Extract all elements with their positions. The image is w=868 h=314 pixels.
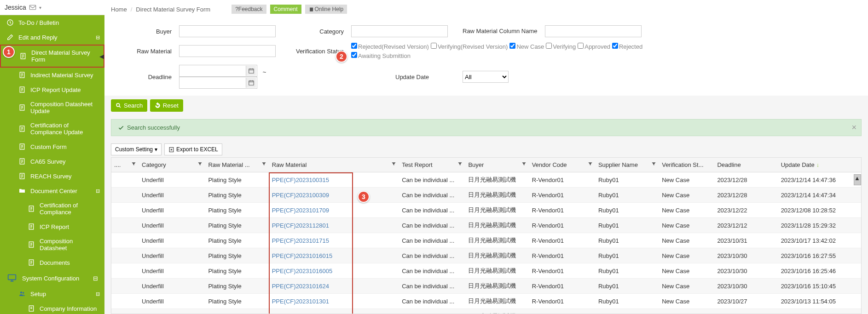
status-new_case[interactable]: New Case (509, 43, 544, 50)
table-row[interactable]: UnderfillPlating StylePPE(CF)2023112801C… (111, 218, 861, 233)
status-awaiting[interactable]: Awaiting Submittion (351, 52, 411, 59)
sidebar-item-custom-form[interactable]: Custom Form (0, 139, 104, 154)
sidebar-item-document-center[interactable]: Document Center⊟ (0, 183, 104, 198)
col-verif[interactable]: Verification St... (659, 158, 714, 172)
status-approved[interactable]: Approved (578, 43, 610, 50)
category-input[interactable] (351, 25, 448, 37)
sidebar-item-composition-datasheet[interactable]: Composition Datasheet (0, 234, 104, 255)
status-verifying_rev-checkbox[interactable] (431, 43, 437, 49)
filter-icon[interactable] (391, 161, 396, 166)
status-rejected_rev[interactable]: Rejected(Revised Version) (351, 43, 429, 50)
update-date-select[interactable]: All (463, 71, 509, 83)
raw-material-link[interactable]: PPE(CF)20231016005 (272, 268, 333, 274)
cell-raw_material[interactable]: PPE(CF)2023101301 (269, 294, 399, 309)
filter-icon[interactable] (651, 161, 656, 166)
table-row[interactable]: UnderfillPlating StylePPE(CF)20231016015… (111, 248, 861, 263)
scroll-indicator[interactable]: ▲ (854, 174, 861, 185)
cell-raw_material[interactable]: PPE(CF)2023101715 (269, 233, 399, 248)
comment-button[interactable]: Comment (270, 5, 301, 14)
table-row[interactable]: UnderfillPlating StylePPE(CF)2023101715C… (111, 233, 861, 248)
sidebar-item-composition-datasheet-update[interactable]: Composition Datasheet Update (0, 97, 104, 118)
table-row[interactable]: UnderfillPlating StylePPE(CF)2023100315C… (111, 172, 861, 188)
breadcrumb-home[interactable]: Home (111, 6, 127, 13)
filter-icon[interactable] (197, 161, 203, 166)
filter-icon[interactable] (131, 161, 136, 166)
help-button[interactable]: Online Help (305, 5, 347, 14)
col-vendor_code[interactable]: Vendor Code (529, 158, 596, 172)
raw-material-link[interactable]: PPE(CF)2023101624 (272, 283, 329, 290)
sidebar-item-icp-report[interactable]: ICP Report (0, 219, 104, 234)
sidebar-item-icp-report-update[interactable]: ICP Report Update (0, 82, 104, 97)
raw-material-link[interactable]: PPE(CF)2023112801 (272, 222, 329, 229)
cell-raw_material[interactable]: PPE(CF)2023100315 (269, 172, 399, 188)
status-verifying-checkbox[interactable] (546, 43, 552, 49)
user-header[interactable]: Jessica ▾ (0, 0, 104, 15)
col-test_report[interactable]: Test Report (399, 158, 465, 172)
status-approved-checkbox[interactable] (578, 43, 584, 49)
cell-raw_material[interactable]: PPE(CF)2023101709 (269, 203, 399, 218)
cell-verif: New Case (659, 218, 714, 233)
status-rejected_rev-checkbox[interactable] (351, 43, 357, 49)
sidebar-item-setup[interactable]: Setup ⊟ (0, 286, 104, 301)
custom-setting-button[interactable]: Custom Setting▾ (111, 143, 162, 155)
col-raw_material[interactable]: Raw Material (269, 158, 399, 172)
feedback-button[interactable]: ?Feedback (231, 5, 266, 14)
status-rejected-checkbox[interactable] (612, 43, 618, 49)
status-rejected[interactable]: Rejected (612, 43, 642, 50)
status-awaiting-checkbox[interactable] (351, 52, 357, 58)
raw-material-link[interactable]: PPE(CF)2023101709 (272, 207, 329, 214)
sidebar-item-certification-of-compliance-update[interactable]: Certification of Compliance Update (0, 118, 104, 139)
cell-vendor_code: R-Vendor01 (529, 263, 596, 279)
deadline-to-input[interactable] (179, 77, 257, 89)
buyer-input[interactable] (179, 25, 276, 37)
cell-raw_material[interactable]: PPE(CF)2023100309 (269, 188, 399, 203)
sidebar-item-direct-material-survey-form[interactable]: Direct Material Survey Form◀ (0, 45, 104, 68)
sidebar-item-indirect-material-survey[interactable]: Indirect Material Survey (0, 68, 104, 82)
sidebar-item-to-do-bulletin[interactable]: To-Do / Bulletin (0, 15, 104, 30)
raw-material-input[interactable] (179, 45, 276, 57)
sidebar-item-ca65-survey[interactable]: CA65 Survey (0, 154, 104, 169)
filter-icon[interactable] (588, 161, 593, 166)
raw-material-link[interactable]: PPE(CF)2023101715 (272, 237, 329, 244)
table-row[interactable]: UnderfillPlating StylePPE(CF)2023100309C… (111, 188, 861, 203)
close-icon[interactable]: × (851, 123, 856, 132)
sidebar-item-documents[interactable]: Documents (0, 255, 104, 270)
sidebar-system-config[interactable]: System Configuration ⊟ (0, 270, 104, 286)
search-button[interactable]: Search (111, 99, 147, 112)
cell-raw_material[interactable]: PPE(CF)2023100515 (269, 309, 399, 314)
raw-material-link[interactable]: PPE(CF)2023101301 (272, 298, 329, 305)
cell-raw_material[interactable]: PPE(CF)2023112801 (269, 218, 399, 233)
deadline-from-input[interactable] (179, 65, 257, 77)
col-buyer[interactable]: Buyer (465, 158, 529, 172)
raw-material-cn-input[interactable] (545, 25, 642, 37)
cell-raw_material[interactable]: PPE(CF)20231016005 (269, 263, 399, 279)
col-update[interactable]: Update Date↓ (778, 158, 861, 172)
raw-material-link[interactable]: PPE(CF)20231016015 (272, 252, 333, 259)
col-deadline[interactable]: Deadline (714, 158, 778, 172)
cell-raw_material[interactable]: PPE(CF)2023101624 (269, 279, 399, 294)
filter-icon[interactable] (261, 161, 266, 166)
table-row[interactable]: UnderfillPlating StylePPE(CF)2023100515C… (111, 309, 861, 314)
filter-icon[interactable] (457, 161, 463, 166)
col-blank[interactable]: .... (111, 158, 139, 172)
sidebar-item-certification-of-compliance[interactable]: Certification of Compliance (0, 198, 104, 219)
status-new_case-checkbox[interactable] (509, 43, 515, 49)
status-verifying[interactable]: Verifying (546, 43, 576, 50)
col-raw_mat_style[interactable]: Raw Material ... (205, 158, 269, 172)
col-category[interactable]: Category (139, 158, 205, 172)
export-excel-button[interactable]: Export to EXCEL (164, 143, 222, 155)
table-row[interactable]: UnderfillPlating StylePPE(CF)2023101301C… (111, 294, 861, 309)
sidebar-item-edit-and-reply[interactable]: Edit and Reply⊟ (0, 30, 104, 45)
table-row[interactable]: UnderfillPlating StylePPE(CF)2023101709C… (111, 203, 861, 218)
sidebar-item-reach-survey[interactable]: REACH Survey (0, 169, 104, 183)
table-row[interactable]: UnderfillPlating StylePPE(CF)20231016005… (111, 263, 861, 279)
cell-raw_material[interactable]: PPE(CF)20231016015 (269, 248, 399, 263)
table-row[interactable]: UnderfillPlating StylePPE(CF)2023101624C… (111, 279, 861, 294)
col-supplier[interactable]: Supplier Name (596, 158, 659, 172)
raw-material-link[interactable]: PPE(CF)2023100309 (272, 192, 329, 199)
reset-button[interactable]: Reset (150, 99, 183, 112)
raw-material-link[interactable]: PPE(CF)2023100315 (272, 177, 329, 183)
sidebar-item-company-information[interactable]: Company Information (0, 301, 104, 314)
filter-icon[interactable] (521, 161, 527, 166)
status-verifying_rev[interactable]: Verifying(Revised Version) (431, 43, 508, 50)
